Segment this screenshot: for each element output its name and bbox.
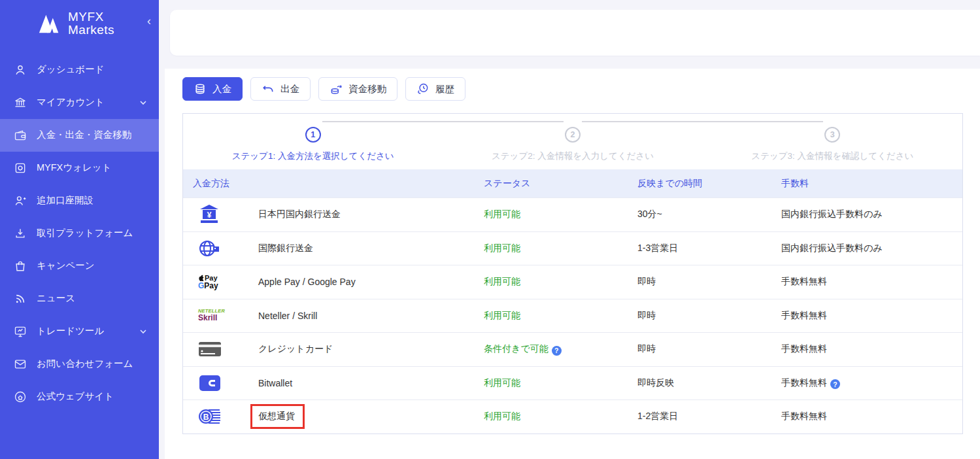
topbar <box>170 10 980 56</box>
crypto-coins-icon: B <box>193 406 258 427</box>
sidebar-nav: ダッシュボード マイアカウント 入金・出金・資金移動 MYFXウォレッ <box>0 54 159 413</box>
logo-line1: MYFX <box>68 10 114 24</box>
help-icon[interactable]: ? <box>830 379 840 389</box>
step-3-label: ステップ3: 入金情報を確認してください <box>751 150 913 162</box>
undo-arrow-icon <box>262 82 275 95</box>
table-row-crypto[interactable]: B 仮想通貨 利用可能 1-2営業日 手数料無料 <box>183 400 962 434</box>
sidebar-item-additional-account[interactable]: 追加口座開設 <box>0 184 159 217</box>
time-value: 即時 <box>637 276 781 288</box>
sidebar-item-trading-platform[interactable]: 取引プラットフォーム <box>0 217 159 250</box>
main-area: 入金 出金 資金移動 <box>159 0 980 459</box>
sidebar-item-label: MYFXウォレット <box>37 162 111 174</box>
sidebar-item-label: ダッシュボード <box>37 63 105 76</box>
sidebar: MYFX Markets ‹ ダッシュボード マイアカウント <box>0 0 159 459</box>
bitwallet-icon <box>193 374 258 392</box>
rss-icon <box>13 292 27 306</box>
method-name: クレジットカード <box>258 343 484 355</box>
sidebar-item-label: トレードツール <box>37 325 104 337</box>
sidebar-item-myfx-wallet[interactable]: MYFXウォレット <box>0 152 159 184</box>
table-row-applepay-googlepay[interactable]: Pay GPay Apple Pay / Google Pay 利用可能 即時 … <box>183 265 962 299</box>
table-row-credit-card[interactable]: クレジットカード 条件付きで可能? 即時 手数料無料 <box>183 332 962 366</box>
sidebar-item-label: お問い合わせフォーム <box>37 358 133 370</box>
tab-label: 履歴 <box>435 83 454 95</box>
step-1: 1 ステップ1: 入金方法を選択してください <box>183 127 443 162</box>
sidebar-item-official-website[interactable]: 公式ウェブサイト <box>0 381 159 413</box>
applepay-googlepay-icon: Pay GPay <box>193 274 258 290</box>
step-2-circle: 2 <box>565 127 581 143</box>
user-plus-icon <box>13 194 27 208</box>
sidebar-item-deposit-withdraw-transfer[interactable]: 入金・出金・資金移動 <box>0 119 159 152</box>
tab-withdraw[interactable]: 出金 <box>250 77 311 101</box>
sidebar-item-my-account[interactable]: マイアカウント <box>0 86 159 119</box>
neteller-skrill-icon: NETELLER Skrill <box>193 309 258 322</box>
method-name: 日本円国内銀行送金 <box>258 209 484 220</box>
fee-value: 国内銀行振込手数料のみ <box>781 243 962 254</box>
tab-label: 資金移動 <box>348 83 386 95</box>
sidebar-item-label: 入金・出金・資金移動 <box>37 129 131 141</box>
sidebar-item-label: ニュース <box>37 292 75 305</box>
google-g-text: G <box>198 281 204 290</box>
table-row-domestic-bank[interactable]: ¥ 日本円国内銀行送金 利用可能 30分~ 国内銀行振込手数料のみ <box>183 197 962 231</box>
deposit-stepper: 1 ステップ1: 入金方法を選択してください 2 ステップ2: 入金情報を入力し… <box>183 114 962 169</box>
highlight-red-box: 仮想通貨 <box>250 404 305 429</box>
header-fee: 手数料 <box>781 178 962 190</box>
sidebar-collapse-icon[interactable]: ‹ <box>147 14 151 28</box>
method-name: 国際銀行送金 <box>258 243 484 254</box>
sidebar-item-dashboard[interactable]: ダッシュボード <box>0 54 159 86</box>
status-value: 条件付きで可能 <box>484 343 549 354</box>
status-value: 利用可能 <box>484 310 637 322</box>
help-icon[interactable]: ? <box>552 346 562 356</box>
method-cell: 仮想通貨 <box>258 404 484 429</box>
method-name: Apple Pay / Google Pay <box>258 277 484 287</box>
fee-cell: 手数料無料? <box>781 377 962 390</box>
sidebar-item-campaign[interactable]: キャンペーン <box>0 250 159 282</box>
time-value: 30分~ <box>637 209 781 220</box>
fee-value: 手数料無料 <box>781 310 962 322</box>
myfx-logo-icon <box>38 12 63 35</box>
sidebar-item-label: 追加口座開設 <box>37 194 93 207</box>
safe-icon <box>13 161 27 175</box>
step-3: 3 ステップ3: 入金情報を確認してください <box>703 127 962 162</box>
bag-icon <box>13 259 27 273</box>
table-row-neteller-skrill[interactable]: NETELLER Skrill Neteller / Skrill 利用可能 即… <box>183 299 962 333</box>
step-1-label: ステップ1: 入金方法を選択してください <box>232 150 394 162</box>
download-icon <box>13 226 27 241</box>
tab-transfer[interactable]: 資金移動 <box>318 77 397 101</box>
time-value: 1-3営業日 <box>637 243 781 254</box>
svg-text:B: B <box>203 413 209 422</box>
tab-deposit[interactable]: 入金 <box>182 77 243 101</box>
table-row-international-bank[interactable]: 国際銀行送金 利用可能 1-3営業日 国内銀行振込手数料のみ <box>183 231 962 265</box>
sidebar-item-trade-tools[interactable]: トレードツール <box>0 315 159 348</box>
globe-bank-icon <box>193 239 258 258</box>
chevron-down-icon <box>139 99 147 107</box>
step-2: 2 ステップ2: 入金情報を入力してください <box>443 127 702 162</box>
google-pay-text: Pay <box>204 281 218 290</box>
method-name: 仮想通貨 <box>258 411 295 421</box>
logo: MYFX Markets ‹ <box>0 0 159 46</box>
method-name: Bitwallet <box>258 378 484 388</box>
svg-text:¥: ¥ <box>207 211 212 220</box>
table-row-bitwallet[interactable]: Bitwallet 利用可能 即時反映 手数料無料? <box>183 366 962 400</box>
bank-jpy-icon: ¥ <box>193 203 258 226</box>
time-value: 即時 <box>637 310 781 322</box>
credit-card-icon <box>193 341 258 358</box>
sidebar-item-label: 公式ウェブサイト <box>37 390 114 403</box>
transfer-coins-icon <box>329 82 343 95</box>
status-value: 利用可能 <box>484 411 637 422</box>
time-value: 1-2営業日 <box>637 411 781 422</box>
step-3-circle: 3 <box>824 127 840 143</box>
content-card: 入金 出金 資金移動 <box>165 69 980 459</box>
status-value: 利用可能 <box>484 243 637 254</box>
sidebar-item-contact-form[interactable]: お問い合わせフォーム <box>0 348 159 381</box>
skrill-logo-text: Skrill <box>198 314 225 322</box>
step-1-circle: 1 <box>305 127 321 143</box>
header-time: 反映までの時間 <box>637 178 781 190</box>
stepper-connector <box>322 121 564 122</box>
sidebar-item-news[interactable]: ニュース <box>0 282 159 315</box>
header-status: ステータス <box>484 178 637 190</box>
time-value: 即時反映 <box>637 377 781 389</box>
tab-history[interactable]: 履歴 <box>405 77 465 101</box>
mail-icon <box>13 357 27 371</box>
globe-home-icon <box>13 390 27 404</box>
step-2-label: ステップ2: 入金情報を入力してください <box>492 150 654 162</box>
